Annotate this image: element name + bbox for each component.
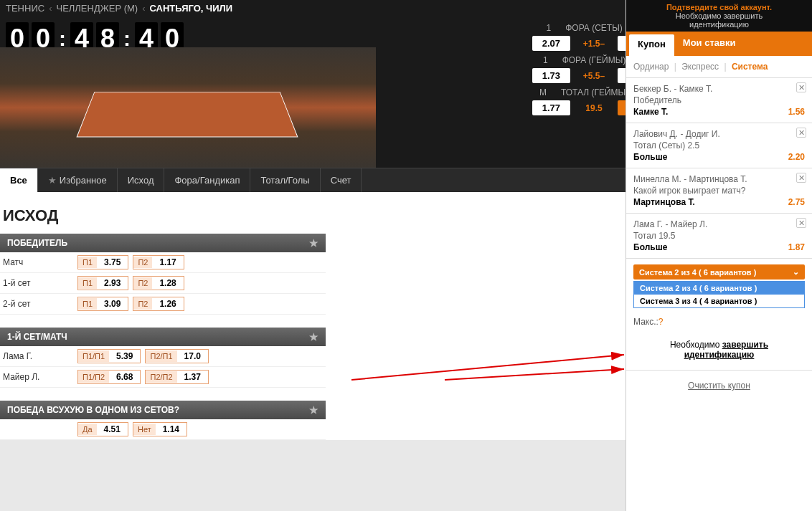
bet-cell[interactable]: П12.93 (77, 276, 128, 290)
market-row: 2-й сетП13.09П21.26 (0, 294, 326, 315)
bet-cell[interactable]: П13.75 (77, 255, 128, 269)
odds-line: 19.5 (579, 103, 609, 113)
breadcrumb-sep: ‹ (49, 3, 52, 14)
bet-match: Лайович Д. - Додиг И. (633, 129, 805, 139)
bet-cell[interactable]: П21.26 (133, 297, 184, 311)
bet-cell[interactable]: П1/П15.39 (77, 349, 141, 363)
bet-odd: 1.56 (788, 107, 805, 117)
system-option[interactable]: Система 3 из 4 ( 4 вариантов ) (634, 295, 804, 307)
bet-odd: 6.68 (109, 371, 140, 383)
notice-link[interactable]: идентификацию (684, 350, 755, 360)
system-dropdown: Система 2 из 4 ( 6 вариантов ) Система 3… (633, 281, 805, 308)
bet-code: Да (78, 424, 97, 435)
remove-bet-button[interactable]: ✕ (796, 82, 806, 92)
odds-button[interactable]: 2.07 (532, 36, 570, 51)
market-title: 1-Й СЕТ/МАТЧ (7, 332, 67, 342)
market-tab[interactable]: ★ Избранное (38, 168, 118, 192)
bet-type-single[interactable]: Ординар (633, 62, 669, 72)
odds-line: +1.5– (579, 39, 609, 49)
bet-code: П1 (78, 277, 97, 289)
market-tab[interactable]: Счет (321, 168, 362, 192)
betslip-item: ✕ Лама Г. - Майер Л. Тотал 19.5 Больше1.… (626, 214, 812, 259)
bet-code: Нет (133, 424, 156, 435)
verify-title: Подтвердите свой аккаунт. (629, 3, 809, 11)
remove-bet-button[interactable]: ✕ (796, 218, 806, 228)
bet-odd: 1.17 (152, 256, 183, 269)
bet-code: П1 (78, 298, 97, 310)
star-icon[interactable]: ★ (309, 404, 318, 416)
tab-mybets[interactable]: Мои ставки (674, 32, 745, 56)
market-title: ПОБЕДИТЕЛЬ (7, 238, 67, 248)
betslip-item: ✕ Минелла М. - Мартинцова Т. Какой игрок… (626, 168, 812, 214)
market-header[interactable]: ПОБЕДИТЕЛЬ★ (0, 234, 326, 252)
bet-odd: 4.51 (97, 423, 128, 436)
bet-cell[interactable]: П21.17 (133, 255, 184, 269)
bet-cell[interactable]: П21.28 (133, 276, 184, 290)
row-label: Матч (3, 257, 77, 267)
remove-bet-button[interactable]: ✕ (796, 128, 806, 138)
chevron-down-icon: ⌄ (793, 267, 799, 277)
bet-odd: 2.75 (788, 197, 805, 207)
row-label: Лама Г. (3, 351, 77, 361)
bet-cell[interactable]: Нет1.14 (133, 422, 187, 436)
bet-odd: 1.87 (788, 242, 805, 252)
bet-odd: 1.28 (152, 277, 183, 290)
max-payout-row: Макс.:? (626, 314, 812, 330)
bet-odd: 17.0 (177, 350, 208, 363)
market-header[interactable]: ПОБЕДА ВСУХУЮ В ОДНОМ ИЗ СЕТОВ?★ (0, 401, 326, 419)
odds-button[interactable]: 1.77 (532, 100, 570, 115)
breadcrumb-l3[interactable]: САНТЬЯГО, ЧИЛИ (150, 3, 232, 14)
coupon-tabs: Купон Мои ставки (626, 32, 812, 56)
betslip-item: ✕ Беккер Б. - Камке Т. Победитель Камке … (626, 78, 812, 123)
bet-odd: 2.93 (97, 277, 128, 290)
bet-cell[interactable]: П2/П21.37 (145, 370, 208, 384)
bet-cell[interactable]: П13.09 (77, 297, 128, 311)
bet-odd: 1.14 (156, 423, 187, 436)
market-tab[interactable]: Фора/Гандикап (164, 168, 250, 192)
bet-code: П1/П1 (78, 350, 109, 362)
system-option[interactable]: Система 2 из 4 ( 6 вариантов ) (634, 282, 804, 295)
clear-coupon-button[interactable]: Очистить купон (626, 370, 812, 401)
bet-type-system[interactable]: Система (732, 62, 768, 72)
breadcrumb: ТЕННИС ‹ ЧЕЛЛЕНДЖЕР (М) ‹ САНТЬЯГО, ЧИЛИ (0, 0, 376, 16)
system-select[interactable]: Система 2 из 4 ( 6 вариантов ) ⌄ (633, 264, 805, 280)
market-tab[interactable]: Исход (118, 168, 165, 192)
row-label: Майер Л. (3, 372, 77, 382)
help-icon[interactable]: ? (658, 317, 664, 327)
bet-selection: Больше (633, 242, 667, 252)
odds-button[interactable]: 1.73 (532, 68, 570, 83)
market-header[interactable]: 1-Й СЕТ/МАТЧ★ (0, 328, 326, 346)
remove-bet-button[interactable]: ✕ (796, 173, 806, 183)
breadcrumb-l2[interactable]: ЧЕЛЛЕНДЖЕР (М) (56, 3, 138, 14)
market-row: 1-й сетП12.93П21.28 (0, 273, 326, 294)
max-label: Макс.: (633, 317, 658, 327)
bet-cell[interactable]: П2/П117.0 (145, 349, 208, 363)
bet-code: П2 (133, 257, 152, 268)
verify-notice: Подтвердите свой аккаунт. Необходимо зав… (626, 0, 812, 32)
bet-code: П1 (78, 257, 97, 268)
notice-link[interactable]: завершить (722, 340, 768, 350)
bet-odd: 3.75 (97, 256, 128, 269)
bet-code: П2 (133, 298, 152, 310)
bet-cell[interactable]: П1/П26.68 (77, 370, 141, 384)
bet-selection: Мартинцова Т. (633, 197, 695, 207)
bet-odd: 3.09 (97, 297, 128, 310)
court-image (0, 47, 376, 168)
bet-market: Какой игрок выиграет матч? (633, 186, 805, 196)
market-tab[interactable]: Тотал/Голы (250, 168, 320, 192)
bet-cell[interactable]: Да4.51 (77, 422, 128, 436)
verify-sub: идентификацию (629, 20, 809, 29)
bet-type-express[interactable]: Экспресс (681, 62, 719, 72)
bet-match: Беккер Б. - Камке Т. (633, 84, 805, 94)
star-icon[interactable]: ★ (309, 237, 318, 249)
verify-sub: Необходимо завершить (629, 11, 809, 20)
star-icon[interactable]: ★ (309, 331, 318, 343)
bet-code: П2/П2 (146, 371, 176, 383)
tab-coupon[interactable]: Купон (629, 34, 674, 56)
bet-market: Тотал 19.5 (633, 231, 805, 241)
market-tab[interactable]: Все (0, 168, 38, 192)
bet-type-selector: Ординар | Экспресс | Система (626, 56, 812, 78)
bet-code: П2 (133, 277, 152, 289)
bet-market: Тотал (Сеты) 2.5 (633, 140, 805, 151)
breadcrumb-l1[interactable]: ТЕННИС (6, 3, 44, 14)
